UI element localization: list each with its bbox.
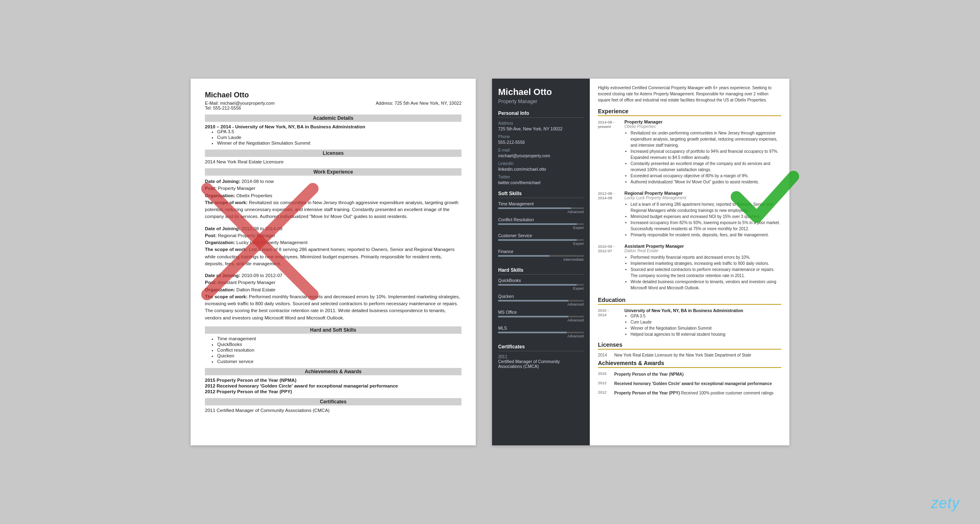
right-award-2-body: Received honorary 'Golden Circle' award … [614,381,781,387]
right-exp-1-bullet-1: Revitalized six under-performing communi… [631,130,781,148]
left-name: Michael Otto [205,91,461,99]
left-work-2-scope: The scope of work: Led a team of 8 servi… [205,246,461,267]
right-hard-skill-2: Quicken Advanced [498,294,584,306]
right-award-2-title: Received honorary 'Golden Circle' award … [614,381,772,386]
right-phone-value: 555-212-5556 [498,140,584,145]
left-phone: Tel: 555-212-5556 [205,106,275,110]
right-exp-2-bullets: Led a team of 8 serving 286 apartment ho… [624,201,781,238]
left-work-entry-2: Date of Joining: 2012-08 to 2014-08 Post… [205,225,461,268]
right-exp-1-bullet-3: Constantly presented an excellent image … [631,161,781,173]
right-exp-3-body: Assistant Property Manager Dalton Real E… [624,244,781,291]
right-soft-skill-4: Finance Intermediate [498,249,584,262]
right-email-value: michael@yourproperty.com [498,153,584,158]
right-edu-1-bullet-3: Winner of the Negotiation Simulation Sum… [631,325,781,331]
right-hard-skill-1-bar-fill [498,284,577,286]
right-soft-skill-3-bar-fill [498,239,577,241]
right-cert-year: 2011 [498,354,584,359]
right-award-entry-3: 2012 Property Person of the Year (PPY) R… [598,390,781,396]
left-achievement-3: 2012 Property Person of the Year (PPY) [205,389,461,394]
right-edu-1-bullet-2: Cum Laude [631,319,781,325]
left-work-1-scope: The scope of work: Revitalized six commu… [205,199,461,220]
left-achievement-2: 2012 Received honorary 'Golden Circle' a… [205,383,461,388]
left-work-1-date: Date of Joining: 2014-08 to now [205,178,461,185]
right-exp-3-bullet-3: Sourced and selected contractors to perf… [631,266,781,279]
right-soft-skill-2-bar-fill [498,223,577,225]
right-license-text: New York Real Estate Licensure by the Ne… [614,353,751,357]
left-section-certs-title: Certificates [205,398,461,405]
left-section-academic-title: Academic Details [205,114,461,122]
right-hard-skill-3-level: Advanced [498,318,584,322]
left-work-1-post: Post: Property Manager [205,185,461,192]
right-edu-1-bullets: GPA 3.5 Cum Laude Winner of the Negotiat… [624,313,781,337]
right-content: Highly extroverted Certified Commercial … [590,79,789,445]
left-work-2-date: Date of Joining: 2012-08 to 2014-08 [205,225,461,232]
right-exp-1-bullet-4: Exceeded annual occupancy objective of 8… [631,173,781,179]
right-license-entry-1: 2014 New York Real Estate Licensure by t… [598,353,781,357]
left-email: E-Mail: michael@yourproperty.com [205,101,275,106]
right-hard-skill-2-level: Advanced [498,302,584,306]
left-skill-4: Quicken [217,353,461,358]
right-exp-1-bullets: Revitalized six under-performing communi… [624,130,781,185]
right-experience-title: Experience [598,108,781,116]
left-section-achievements-title: Achievements & Awards [205,368,461,375]
left-work-entry-1: Date of Joining: 2014-08 to now Post: Pr… [205,178,461,220]
right-award-entry-2: 2012 Received honorary 'Golden Circle' a… [598,381,781,387]
left-work-3-scope: The scope of work: Performed monthly fin… [205,293,461,321]
right-soft-skill-3-bar-bg [498,239,584,241]
right-exp-2-bullet-1: Led a team of 8 serving 286 apartment ho… [631,201,781,214]
left-academic-degree-text: 2010 – 2014 - University of New York, NY… [205,124,365,129]
right-sidebar-name: Michael Otto [498,87,584,97]
right-twitter-value: twitter.com/themichael [498,180,584,185]
right-hard-skill-3: MS Office Advanced [498,310,584,322]
right-hard-skill-1-bar-bg [498,284,584,286]
right-award-3-year: 2012 [598,390,614,396]
right-edu-1-bullet-1: GPA 3.5 [631,313,781,319]
right-soft-skill-4-level: Intermediate [498,258,584,262]
left-license-text: 2014 New York Real Estate Licensure [205,159,461,164]
right-edu-entry-1: 2010 - 2014 University of New York, NY, … [598,308,781,337]
right-address-label: Address [498,121,584,125]
right-exp-2-body: Regional Property Manager Lucky Luck Pro… [624,191,781,238]
right-sidebar: Michael Otto Property Manager Personal I… [492,79,590,445]
right-exp-3-date: 2010-09 - 2012-07 [598,244,624,291]
right-email-label: E-mail [498,148,584,152]
right-exp-3-title: Assistant Property Manager [624,244,781,249]
right-soft-skill-4-bar-bg [498,255,584,257]
right-exp-entry-3: 2010-09 - 2012-07 Assistant Property Man… [598,244,781,291]
right-hard-skill-3-bar-bg [498,316,584,317]
right-award-3-body: Property Person of the Year (PPY) Receiv… [614,390,781,396]
left-academic-bullet-2: Cum Laude [217,135,461,140]
right-soft-skill-4-name: Finance [498,249,584,254]
right-exp-1-bullet-5: Authored individualized "Move In/ Move O… [631,179,781,185]
right-address-value: 725 5th Ave, New York, NY 10022 [498,126,584,131]
right-exp-1-date: 2014-08 - present [598,119,624,185]
right-sidebar-title: Property Manager [498,99,584,104]
right-twitter-label: Twitter [498,175,584,179]
left-skill-3: Conflict resolution [217,348,461,352]
right-exp-2-company: Lucky Luck Property Management [624,196,781,200]
right-award-3-title: Property Person of the Year (PPY) [614,391,680,395]
right-achievements-title: Achievements & Awards [598,360,781,368]
right-exp-2-title: Regional Property Manager [624,191,781,196]
right-cert-name: Certified Manager of Community Associati… [498,359,584,369]
right-soft-skill-2-name: Conflict Resolution [498,217,584,222]
left-work-1-org: Organization: Obelix Properties [205,192,461,199]
right-soft-skill-3-level: Expert [498,242,584,246]
right-hard-skill-4-name: MLS [498,326,584,330]
left-achievement-1: 2015 Property Person of the Year (NPMA) [205,378,461,383]
right-soft-skill-1: Time Management Advanced [498,201,584,214]
right-soft-skill-3-name: Customer Service [498,233,584,238]
right-exp-3-bullet-2: Implemented marketing strategies, increa… [631,260,781,266]
right-soft-skills-title: Soft Skills [498,191,584,198]
right-cert-section-title: Certificates [498,344,584,351]
left-header: Michael Otto E-Mail: michael@yourpropert… [205,91,461,110]
left-skill-5: Customer service [217,359,461,364]
right-hard-skill-2-bar-fill [498,300,568,302]
right-award-2-year: 2012 [598,381,614,387]
right-education-title: Education [598,297,781,305]
right-exp-3-bullets: Performed monthly financial reports and … [624,254,781,291]
left-contact-left: E-Mail: michael@yourproperty.com Tel: 55… [205,101,275,110]
right-exp-1-bullet-2: Increased physical occupancy of portfoli… [631,148,781,161]
right-exp-1-title: Property Manager [624,119,781,124]
left-work-3-date: Date of Joining: 2010-09 to 2012-07 [205,272,461,279]
